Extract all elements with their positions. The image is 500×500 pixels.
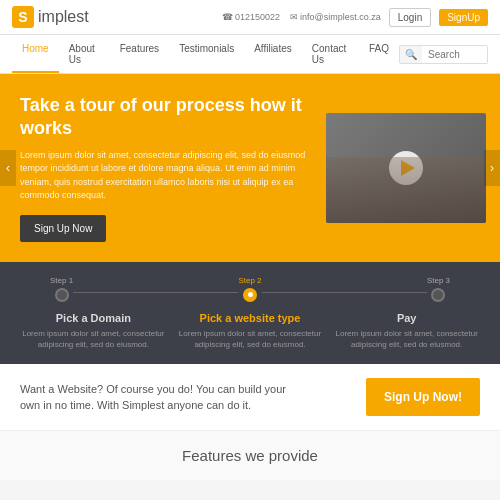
nav-item-home[interactable]: Home [12, 35, 59, 73]
step3-content: Pay Lorem ipsum dolor sit amet, consecte… [333, 312, 480, 350]
nav-search: 🔍 [399, 45, 488, 64]
step1-indicator: Step 1 [50, 276, 73, 302]
features-section: Features we provide [0, 431, 500, 480]
step1-content: Pick a Domain Lorem ipsum dolor sit amet… [20, 312, 167, 350]
cta-text: Want a Website? Of course you do! You ca… [20, 381, 300, 414]
nav-item-features[interactable]: Features [110, 35, 169, 73]
nav-item-testimonials[interactable]: Testimonials [169, 35, 244, 73]
login-button[interactable]: Login [389, 8, 431, 27]
hero-text: Take a tour of our process how it works … [14, 94, 314, 242]
steps-section: Step 1 Step 2 Step 3 Pick a Domain Lorem… [0, 262, 500, 364]
email-icon: ✉ [290, 12, 298, 22]
search-input[interactable] [422, 46, 488, 63]
contact-info: ☎ 012150022 ✉ info@simplest.co.za [222, 12, 381, 22]
hero-signup-button[interactable]: Sign Up Now [20, 215, 106, 242]
email-address: info@simplest.co.za [300, 12, 381, 22]
video-people-overlay [326, 157, 486, 223]
header: S implest ☎ 012150022 ✉ info@simplest.co… [0, 0, 500, 35]
step2-connector [262, 292, 427, 293]
step3-desc: Lorem ipsum dolor sit amet, consectetur … [333, 328, 480, 350]
step1-desc: Lorem ipsum dolor sit amet, consectetur … [20, 328, 167, 350]
cta-button[interactable]: Sign Up Now! [366, 378, 480, 416]
logo-icon: S [12, 6, 34, 28]
phone-number: 012150022 [235, 12, 280, 22]
step3-title: Pay [333, 312, 480, 324]
step1-circle [55, 288, 69, 302]
search-icon: 🔍 [400, 46, 422, 63]
logo: S implest [12, 6, 89, 28]
navigation: Home About Us Features Testimonials Affi… [0, 35, 500, 74]
hero-section: ‹ Take a tour of our process how it work… [0, 74, 500, 262]
step3-indicator: Step 3 [427, 276, 450, 302]
nav-item-contact[interactable]: Contact Us [302, 35, 359, 73]
nav-item-affiliates[interactable]: Affiliates [244, 35, 302, 73]
header-right: ☎ 012150022 ✉ info@simplest.co.za Login … [222, 8, 488, 27]
phone-icon: ☎ [222, 12, 233, 22]
phone-info: ☎ 012150022 [222, 12, 280, 22]
features-title: Features we provide [20, 447, 480, 464]
nav-links: Home About Us Features Testimonials Affi… [12, 35, 399, 73]
step1-connector [73, 292, 238, 293]
email-info: ✉ info@simplest.co.za [290, 12, 381, 22]
step2-indicator: Step 2 [238, 276, 261, 302]
hero-arrow-right[interactable]: › [484, 150, 500, 186]
step2-content: Pick a website type Lorem ipsum dolor si… [177, 312, 324, 350]
logo-name: implest [38, 8, 89, 26]
step2-desc: Lorem ipsum dolor sit amet, consectetur … [177, 328, 324, 350]
hero-arrow-left[interactable]: ‹ [0, 150, 16, 186]
step2-title: Pick a website type [177, 312, 324, 324]
signup-button-header[interactable]: SignUp [439, 9, 488, 26]
video-background [326, 113, 486, 223]
step2-label: Step 2 [238, 276, 261, 285]
nav-item-about[interactable]: About Us [59, 35, 110, 73]
hero-body: Lorem ipsum dolor sit amet, consectetur … [20, 149, 314, 203]
cta-section: Want a Website? Of course you do! You ca… [0, 364, 500, 431]
step2-circle [243, 288, 257, 302]
step3-label: Step 3 [427, 276, 450, 285]
hero-video [326, 113, 486, 223]
steps-content: Pick a Domain Lorem ipsum dolor sit amet… [20, 312, 480, 350]
step3-circle [431, 288, 445, 302]
step2-inner [248, 292, 253, 297]
step1-label: Step 1 [50, 276, 73, 285]
nav-item-faq[interactable]: FAQ [359, 35, 399, 73]
step1-title: Pick a Domain [20, 312, 167, 324]
hero-title: Take a tour of our process how it works [20, 94, 314, 141]
